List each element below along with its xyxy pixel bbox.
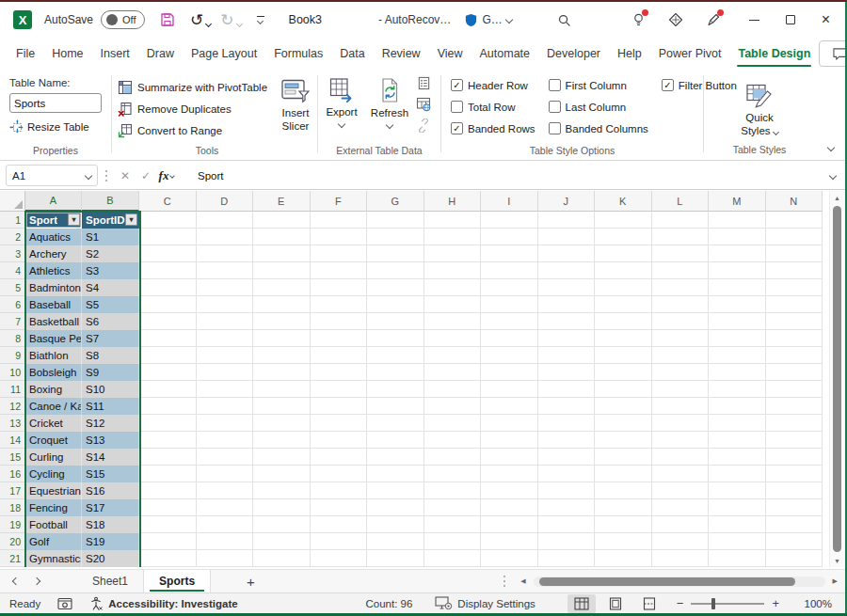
cell-K13[interactable] xyxy=(595,415,652,432)
column-header-G[interactable]: G xyxy=(367,191,424,212)
cell-M4[interactable] xyxy=(709,262,766,279)
cell-C16[interactable] xyxy=(139,466,197,482)
cell-E20[interactable] xyxy=(253,533,311,550)
cell-L20[interactable] xyxy=(652,533,710,550)
cell-E10[interactable] xyxy=(253,364,311,381)
cell-L19[interactable] xyxy=(652,516,710,533)
cell-G5[interactable] xyxy=(367,279,424,296)
cell-F17[interactable] xyxy=(311,482,368,499)
cell-N5[interactable] xyxy=(766,279,823,296)
cell-M18[interactable] xyxy=(709,499,766,516)
cell-L17[interactable] xyxy=(652,482,710,499)
cell-H2[interactable] xyxy=(424,229,482,245)
table-cell-A6[interactable]: Baseball xyxy=(25,296,82,313)
formula-value[interactable]: Sport xyxy=(198,170,224,182)
cell-C3[interactable] xyxy=(139,245,197,262)
cell-H10[interactable] xyxy=(424,364,482,381)
tab-page-layout[interactable]: Page Layout xyxy=(183,39,265,68)
remove-duplicates-button[interactable]: Remove Duplicates xyxy=(118,98,274,119)
cell-F19[interactable] xyxy=(311,516,368,533)
cell-K14[interactable] xyxy=(595,432,652,449)
tab-developer[interactable]: Developer xyxy=(538,39,609,68)
cell-G11[interactable] xyxy=(367,381,424,398)
row-header-18[interactable]: 18 xyxy=(0,499,25,516)
cell-F11[interactable] xyxy=(311,381,368,398)
page-break-view-button[interactable] xyxy=(635,594,663,613)
save-icon[interactable] xyxy=(160,8,175,32)
display-settings-icon[interactable] xyxy=(435,596,453,610)
table-cell-B6[interactable]: S5 xyxy=(82,296,139,313)
cell-K17[interactable] xyxy=(595,482,652,499)
cell-E7[interactable] xyxy=(253,313,311,330)
cell-K19[interactable] xyxy=(595,516,652,533)
cell-J2[interactable] xyxy=(538,229,596,245)
convert-to-range-button[interactable]: Convert to Range xyxy=(118,119,274,141)
column-header-F[interactable]: F xyxy=(311,191,368,212)
cell-I9[interactable] xyxy=(481,347,538,364)
cell-J15[interactable] xyxy=(538,449,596,466)
cell-F12[interactable] xyxy=(311,398,368,415)
cell-L12[interactable] xyxy=(652,398,710,415)
separator-dots[interactable] xyxy=(503,580,505,582)
table-cell-A2[interactable]: Aquatics xyxy=(25,229,82,245)
cell-M13[interactable] xyxy=(709,415,766,432)
tab-automate[interactable]: Automate xyxy=(471,39,539,68)
cell-F5[interactable] xyxy=(311,279,368,296)
table-cell-B17[interactable]: S16 xyxy=(82,482,139,499)
table-cell-B12[interactable]: S11 xyxy=(82,398,139,415)
cell-D14[interactable] xyxy=(197,432,254,449)
cell-D2[interactable] xyxy=(197,229,254,245)
cell-I14[interactable] xyxy=(481,432,538,449)
cell-F16[interactable] xyxy=(311,466,368,482)
cell-J4[interactable] xyxy=(538,262,596,279)
row-header-11[interactable]: 11 xyxy=(0,381,25,398)
cell-C13[interactable] xyxy=(139,415,197,432)
collapse-ribbon-icon[interactable] xyxy=(827,144,835,151)
row-header-12[interactable]: 12 xyxy=(0,398,25,415)
cell-I11[interactable] xyxy=(481,381,538,398)
table-cell-B8[interactable]: S7 xyxy=(82,330,139,347)
table-cell-A10[interactable]: Bobsleigh xyxy=(25,364,82,381)
cell-M8[interactable] xyxy=(709,330,766,347)
cell-N17[interactable] xyxy=(766,482,823,499)
cell-H11[interactable] xyxy=(424,381,482,398)
cell-L7[interactable] xyxy=(652,313,710,330)
cell-N1[interactable] xyxy=(766,212,823,229)
table-cell-A8[interactable]: Basque Pelota xyxy=(25,330,82,347)
cell-D7[interactable] xyxy=(197,313,254,330)
cell-N13[interactable] xyxy=(766,415,823,432)
cell-K18[interactable] xyxy=(595,499,652,516)
cell-G16[interactable] xyxy=(367,466,424,482)
table-cell-A21[interactable]: Gymnastics xyxy=(25,550,82,567)
cell-C19[interactable] xyxy=(139,516,197,533)
row-header-9[interactable]: 9 xyxy=(0,347,25,364)
column-header-N[interactable]: N xyxy=(766,191,823,212)
cell-I3[interactable] xyxy=(481,245,538,262)
row-header-8[interactable]: 8 xyxy=(0,330,25,347)
tab-home[interactable]: Home xyxy=(43,39,91,68)
enter-icon[interactable]: ✓ xyxy=(136,166,156,186)
cell-M10[interactable] xyxy=(709,364,766,381)
cell-F14[interactable] xyxy=(311,432,368,449)
cell-H9[interactable] xyxy=(424,347,482,364)
accessibility-icon[interactable] xyxy=(89,596,104,610)
table-cell-A14[interactable]: Croquet xyxy=(25,432,82,449)
cell-J13[interactable] xyxy=(538,415,596,432)
page-layout-view-button[interactable] xyxy=(601,594,630,613)
cell-H7[interactable] xyxy=(424,313,482,330)
table-name-input[interactable] xyxy=(9,93,102,113)
cell-L13[interactable] xyxy=(652,415,710,432)
cell-E15[interactable] xyxy=(253,449,311,466)
cell-G13[interactable] xyxy=(367,415,424,432)
filter-dropdown-icon[interactable]: ▾ xyxy=(125,213,137,226)
cell-L18[interactable] xyxy=(652,499,710,516)
row-header-14[interactable]: 14 xyxy=(0,432,25,449)
cell-M19[interactable] xyxy=(709,516,766,533)
table-cell-B19[interactable]: S18 xyxy=(82,516,139,533)
cell-F2[interactable] xyxy=(311,229,368,245)
row-header-21[interactable]: 21 xyxy=(0,550,25,567)
cell-H18[interactable] xyxy=(424,499,482,516)
cell-C8[interactable] xyxy=(139,330,197,347)
sheet-tab-sports[interactable]: Sports xyxy=(144,570,211,592)
cell-H1[interactable] xyxy=(424,212,482,229)
